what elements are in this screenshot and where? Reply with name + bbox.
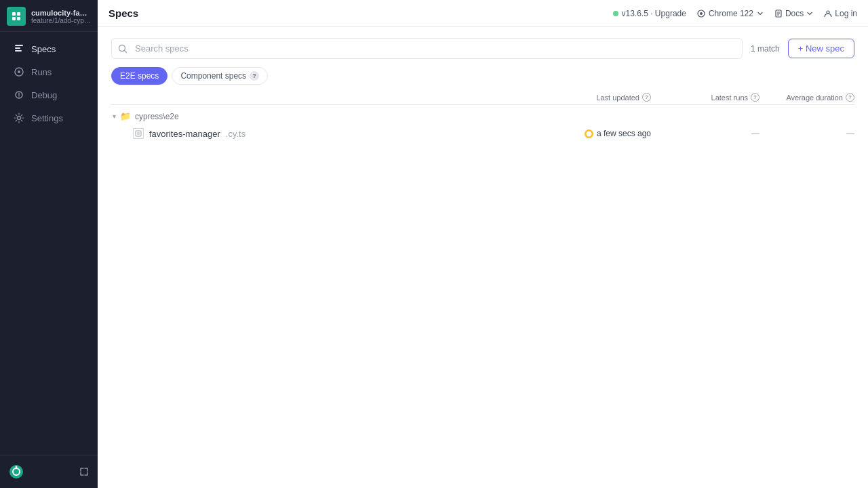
file-last-updated: a few secs ago xyxy=(542,129,651,138)
search-wrapper xyxy=(111,38,743,59)
last-updated-help-icon[interactable]: ? xyxy=(642,93,651,102)
docs-chevron-icon xyxy=(806,10,813,17)
tab-component-label: Component specs xyxy=(180,71,246,81)
component-info-icon: ? xyxy=(250,71,259,81)
docs-link[interactable]: Docs xyxy=(774,9,813,18)
svg-rect-6 xyxy=(15,50,22,52)
sidebar-item-runs[interactable]: Runs xyxy=(4,61,94,83)
topbar: Specs v13.6.5 · Upgrade Chrome 122 xyxy=(98,0,868,27)
file-name-base: favorites-manager xyxy=(149,129,220,139)
svg-rect-3 xyxy=(17,17,20,20)
cypress-logo xyxy=(7,462,26,481)
search-icon xyxy=(118,44,127,54)
folder-row[interactable]: ▾ 📁 cypress\e2e xyxy=(111,108,854,125)
tab-e2e-label: E2E specs xyxy=(120,71,159,81)
sidebar-item-debug[interactable]: Debug xyxy=(4,84,94,106)
page-title: Specs xyxy=(108,7,138,19)
svg-rect-25 xyxy=(136,131,141,136)
latest-runs-value: — xyxy=(751,129,760,138)
runs-icon xyxy=(14,66,24,77)
search-input[interactable] xyxy=(111,38,743,59)
login-icon xyxy=(824,9,832,18)
search-row: 1 match + New spec xyxy=(111,38,854,59)
folder-chevron-icon: ▾ xyxy=(113,113,116,120)
app-name: cumulocity-favorites-m... xyxy=(31,9,91,17)
specs-label: Specs xyxy=(31,44,56,54)
file-row[interactable]: favorites-manager.cy.ts a few secs ago —… xyxy=(111,125,854,142)
file-left: favorites-manager.cy.ts xyxy=(133,128,542,139)
folder-icon: 📁 xyxy=(120,111,131,121)
login-label: Log in xyxy=(835,9,857,18)
tabs-left: E2E specs Component specs ? xyxy=(111,67,268,85)
topbar-actions: v13.6.5 · Upgrade Chrome 122 xyxy=(613,9,858,18)
svg-rect-0 xyxy=(12,12,16,16)
tab-component-specs[interactable]: Component specs ? xyxy=(172,67,268,85)
docs-label: Docs xyxy=(785,9,804,18)
sidebar-item-specs[interactable]: Specs xyxy=(4,38,94,60)
svg-point-22 xyxy=(827,11,829,14)
col-avg-duration-label: Average duration xyxy=(786,94,843,102)
main-content: Specs v13.6.5 · Upgrade Chrome 122 xyxy=(98,0,868,488)
version-dot xyxy=(613,11,618,16)
browser-badge[interactable]: Chrome 122 xyxy=(697,9,764,18)
browser-icon xyxy=(697,9,705,18)
svg-point-12 xyxy=(18,117,21,120)
latest-runs-help-icon[interactable]: ? xyxy=(751,93,760,102)
file-icon xyxy=(133,128,144,139)
sidebar-footer xyxy=(0,455,98,488)
login-link[interactable]: Log in xyxy=(824,9,857,18)
svg-point-8 xyxy=(18,70,20,73)
sidebar: cumulocity-favorites-m... feature/1/add-… xyxy=(0,0,98,488)
file-name-ext: .cy.ts xyxy=(226,129,245,139)
svg-point-15 xyxy=(16,466,18,468)
svg-rect-2 xyxy=(12,17,16,20)
docs-icon xyxy=(774,9,783,18)
version-label: v13.6.5 · Upgrade xyxy=(622,9,686,18)
svg-rect-5 xyxy=(15,47,20,49)
col-avg-duration: Average duration ? xyxy=(760,93,854,102)
col-latest-runs-label: Latest runs xyxy=(711,94,748,102)
debug-label: Debug xyxy=(31,90,57,100)
browser-label: Chrome 122 xyxy=(709,9,753,18)
runs-label: Runs xyxy=(31,67,52,77)
settings-icon xyxy=(14,113,24,123)
tab-e2e-specs[interactable]: E2E specs xyxy=(111,67,167,85)
sidebar-header[interactable]: cumulocity-favorites-m... feature/1/add-… xyxy=(0,0,98,32)
last-updated-value: a few secs ago xyxy=(597,129,651,138)
col-last-updated: Last updated ? xyxy=(542,93,651,102)
svg-rect-4 xyxy=(15,45,23,46)
new-spec-label: + New spec xyxy=(798,43,844,54)
svg-point-17 xyxy=(700,12,703,15)
svg-point-11 xyxy=(18,96,20,98)
version-badge[interactable]: v13.6.5 · Upgrade xyxy=(613,9,686,18)
file-avg-duration: — xyxy=(760,129,854,138)
content-area: 1 match + New spec E2E specs Component s… xyxy=(98,27,868,488)
specs-icon xyxy=(14,43,24,54)
folder-name: cypress\e2e xyxy=(135,112,179,121)
time-icon xyxy=(585,129,593,138)
avg-duration-value: — xyxy=(846,129,854,138)
match-count: 1 match xyxy=(751,44,780,54)
new-spec-button[interactable]: + New spec xyxy=(788,39,854,58)
app-icon xyxy=(7,7,26,26)
sidebar-nav: Specs Runs Debug xyxy=(0,32,98,455)
browser-chevron-icon xyxy=(757,10,764,17)
avg-duration-help-icon[interactable]: ? xyxy=(846,93,854,102)
col-latest-runs: Latest runs ? xyxy=(651,93,760,102)
app-branch: feature/1/add-cypress-tests xyxy=(31,17,91,24)
col-last-updated-label: Last updated xyxy=(596,94,639,102)
debug-icon xyxy=(14,89,24,100)
sidebar-item-settings[interactable]: Settings xyxy=(4,107,94,129)
app-info: cumulocity-favorites-m... feature/1/add-… xyxy=(31,9,91,24)
tabs-row: E2E specs Component specs ? xyxy=(111,67,854,85)
file-latest-runs: — xyxy=(651,129,760,138)
svg-rect-1 xyxy=(17,12,20,16)
columns-header: Last updated ? Latest runs ? Average dur… xyxy=(111,90,854,105)
settings-label: Settings xyxy=(31,113,63,123)
svg-line-24 xyxy=(125,50,127,52)
expand-icon[interactable] xyxy=(77,465,91,479)
